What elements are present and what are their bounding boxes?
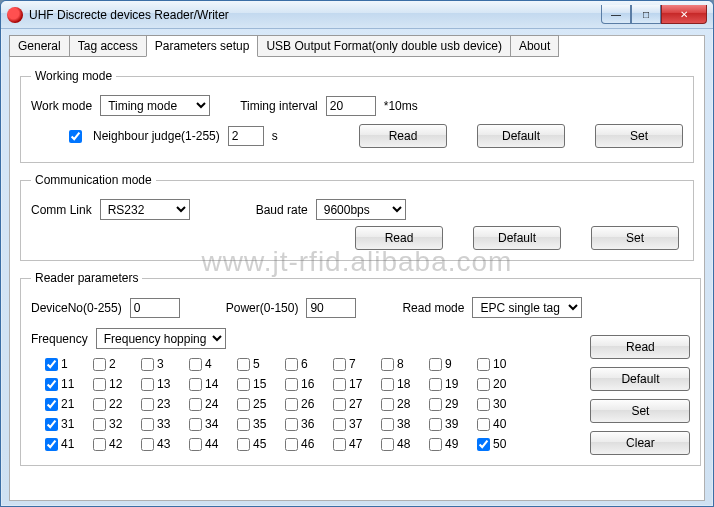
freq-checkbox-3[interactable]: 3 <box>141 357 189 371</box>
freq-checkbox-7[interactable]: 7 <box>333 357 381 371</box>
freq-checkbox-32[interactable]: 32 <box>93 417 141 431</box>
tab-panel-parameters: Working mode Work mode Timing mode Timin… <box>10 57 704 484</box>
neighbour-judge-suffix: s <box>272 129 278 143</box>
app-window: UHF Discrecte devices Reader/Writer — □ … <box>0 0 714 507</box>
freq-checkbox-45[interactable]: 45 <box>237 437 285 451</box>
freq-checkbox-15[interactable]: 15 <box>237 377 285 391</box>
comm-set-button[interactable]: Set <box>591 226 679 250</box>
freq-checkbox-5[interactable]: 5 <box>237 357 285 371</box>
neighbour-judge-label: Neighbour judge(1-255) <box>93 129 220 143</box>
timing-interval-suffix: *10ms <box>384 99 418 113</box>
freq-checkbox-33[interactable]: 33 <box>141 417 189 431</box>
deviceno-label: DeviceNo(0-255) <box>31 301 122 315</box>
tab-parameters-setup[interactable]: Parameters setup <box>146 35 259 57</box>
frequency-label: Frequency <box>31 332 88 346</box>
freq-checkbox-11[interactable]: 11 <box>45 377 93 391</box>
client-area: General Tag access Parameters setup USB … <box>9 35 705 501</box>
working-mode-set-button[interactable]: Set <box>595 124 683 148</box>
freq-checkbox-10[interactable]: 10 <box>477 357 525 371</box>
freq-checkbox-26[interactable]: 26 <box>285 397 333 411</box>
titlebar[interactable]: UHF Discrecte devices Reader/Writer — □ … <box>1 1 713 29</box>
freq-checkbox-37[interactable]: 37 <box>333 417 381 431</box>
freq-checkbox-19[interactable]: 19 <box>429 377 477 391</box>
comm-link-label: Comm Link <box>31 203 92 217</box>
app-icon <box>7 7 23 23</box>
freq-checkbox-36[interactable]: 36 <box>285 417 333 431</box>
freq-checkbox-47[interactable]: 47 <box>333 437 381 451</box>
freq-checkbox-12[interactable]: 12 <box>93 377 141 391</box>
power-input[interactable] <box>306 298 356 318</box>
freq-checkbox-17[interactable]: 17 <box>333 377 381 391</box>
working-mode-default-button[interactable]: Default <box>477 124 565 148</box>
legend-reader-parameters: Reader parameters <box>31 271 142 285</box>
freq-checkbox-38[interactable]: 38 <box>381 417 429 431</box>
maximize-button[interactable]: □ <box>631 5 661 24</box>
group-reader-parameters: Reader parameters DeviceNo(0-255) Power(… <box>20 271 701 466</box>
freq-checkbox-2[interactable]: 2 <box>93 357 141 371</box>
reader-default-button[interactable]: Default <box>590 367 690 391</box>
freq-checkbox-21[interactable]: 21 <box>45 397 93 411</box>
timing-interval-input[interactable] <box>326 96 376 116</box>
freq-checkbox-31[interactable]: 31 <box>45 417 93 431</box>
freq-checkbox-40[interactable]: 40 <box>477 417 525 431</box>
freq-checkbox-39[interactable]: 39 <box>429 417 477 431</box>
freq-checkbox-34[interactable]: 34 <box>189 417 237 431</box>
close-button[interactable]: ✕ <box>661 5 707 24</box>
freq-checkbox-27[interactable]: 27 <box>333 397 381 411</box>
neighbour-judge-input[interactable] <box>228 126 264 146</box>
freq-checkbox-18[interactable]: 18 <box>381 377 429 391</box>
tab-general[interactable]: General <box>9 35 70 57</box>
neighbour-judge-checkbox[interactable] <box>69 130 82 143</box>
freq-checkbox-9[interactable]: 9 <box>429 357 477 371</box>
read-mode-select[interactable]: EPC single tag <box>472 297 582 318</box>
freq-checkbox-48[interactable]: 48 <box>381 437 429 451</box>
reader-set-button[interactable]: Set <box>590 399 690 423</box>
freq-checkbox-25[interactable]: 25 <box>237 397 285 411</box>
freq-checkbox-44[interactable]: 44 <box>189 437 237 451</box>
legend-communication-mode: Communication mode <box>31 173 156 187</box>
group-communication-mode: Communication mode Comm Link RS232 Baud … <box>20 173 694 261</box>
working-mode-read-button[interactable]: Read <box>359 124 447 148</box>
freq-checkbox-16[interactable]: 16 <box>285 377 333 391</box>
freq-checkbox-13[interactable]: 13 <box>141 377 189 391</box>
tab-tag-access[interactable]: Tag access <box>69 35 147 57</box>
freq-checkbox-49[interactable]: 49 <box>429 437 477 451</box>
timing-interval-label: Timing interval <box>240 99 318 113</box>
freq-checkbox-29[interactable]: 29 <box>429 397 477 411</box>
freq-checkbox-23[interactable]: 23 <box>141 397 189 411</box>
baud-rate-select[interactable]: 9600bps <box>316 199 406 220</box>
comm-link-select[interactable]: RS232 <box>100 199 190 220</box>
freq-checkbox-22[interactable]: 22 <box>93 397 141 411</box>
freq-checkbox-20[interactable]: 20 <box>477 377 525 391</box>
freq-checkbox-43[interactable]: 43 <box>141 437 189 451</box>
freq-checkbox-6[interactable]: 6 <box>285 357 333 371</box>
tab-about[interactable]: About <box>510 35 559 57</box>
reader-read-button[interactable]: Read <box>590 335 690 359</box>
freq-checkbox-8[interactable]: 8 <box>381 357 429 371</box>
freq-checkbox-14[interactable]: 14 <box>189 377 237 391</box>
work-mode-select[interactable]: Timing mode <box>100 95 210 116</box>
tab-strip: General Tag access Parameters setup USB … <box>9 35 704 57</box>
freq-checkbox-50[interactable]: 50 <box>477 437 525 451</box>
comm-read-button[interactable]: Read <box>355 226 443 250</box>
tab-usb-output[interactable]: USB Output Format(only double usb device… <box>257 35 510 57</box>
freq-checkbox-24[interactable]: 24 <box>189 397 237 411</box>
group-working-mode: Working mode Work mode Timing mode Timin… <box>20 69 694 163</box>
freq-checkbox-4[interactable]: 4 <box>189 357 237 371</box>
read-mode-label: Read mode <box>402 301 464 315</box>
freq-checkbox-42[interactable]: 42 <box>93 437 141 451</box>
comm-default-button[interactable]: Default <box>473 226 561 250</box>
reader-clear-button[interactable]: Clear <box>590 431 690 455</box>
minimize-button[interactable]: — <box>601 5 631 24</box>
freq-checkbox-30[interactable]: 30 <box>477 397 525 411</box>
power-label: Power(0-150) <box>226 301 299 315</box>
freq-checkbox-46[interactable]: 46 <box>285 437 333 451</box>
freq-checkbox-1[interactable]: 1 <box>45 357 93 371</box>
legend-working-mode: Working mode <box>31 69 116 83</box>
freq-checkbox-41[interactable]: 41 <box>45 437 93 451</box>
frequency-select[interactable]: Frequency hopping <box>96 328 226 349</box>
freq-checkbox-28[interactable]: 28 <box>381 397 429 411</box>
deviceno-input[interactable] <box>130 298 180 318</box>
freq-checkbox-35[interactable]: 35 <box>237 417 285 431</box>
frequency-grid: 1234567891011121314151617181920212223242… <box>45 357 582 451</box>
